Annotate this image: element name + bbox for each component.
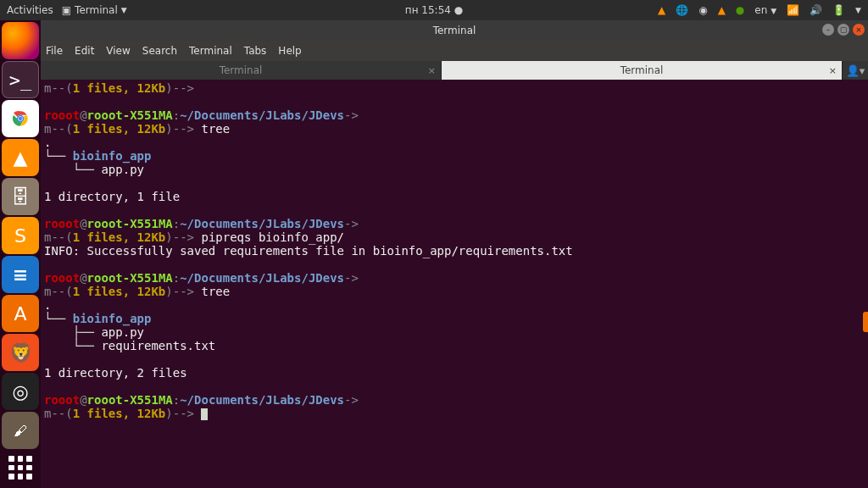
chrome-launcher-icon[interactable]	[2, 100, 39, 137]
keyboard-layout[interactable]: en ▼	[754, 4, 776, 16]
notification-indicator[interactable]	[863, 312, 868, 332]
menu-file[interactable]: File	[46, 45, 63, 57]
minimize-button[interactable]: –	[822, 24, 834, 36]
show-applications-button[interactable]	[5, 452, 36, 483]
terminal-window: Terminal – ▢ × File Edit View Search Ter…	[41, 20, 868, 488]
launcher-dock: >_ ▲ 🗄 S ≡ A 🦁 ◎ 🖌	[0, 20, 41, 488]
close-button[interactable]: ×	[853, 24, 865, 36]
clock[interactable]: пн 15:54 ●	[405, 4, 463, 16]
globe-icon[interactable]: 🌐	[676, 4, 688, 16]
volume-icon[interactable]: 🔊	[810, 4, 822, 16]
activities-button[interactable]: Activities	[7, 4, 53, 16]
cursor	[201, 408, 208, 420]
tab-strip: Terminal × Terminal × 👤▾	[41, 61, 868, 80]
menu-edit[interactable]: Edit	[75, 45, 94, 57]
network-icon[interactable]: 📶	[787, 4, 799, 16]
vlc-launcher-icon[interactable]: ▲	[2, 139, 39, 176]
maximize-button[interactable]: ▢	[837, 24, 849, 36]
obs-launcher-icon[interactable]: ◎	[2, 373, 39, 410]
gimp-launcher-icon[interactable]: 🖌	[2, 412, 39, 449]
new-tab-button[interactable]: 👤▾	[843, 61, 868, 80]
brave-launcher-icon[interactable]: 🦁	[2, 334, 39, 371]
files-launcher-icon[interactable]: 🗄	[2, 178, 39, 215]
gnome-top-panel: Activities ▣ Terminal ▼ пн 15:54 ● ▲ 🌐 ◉…	[0, 0, 868, 20]
chrome-tray-icon[interactable]: ◉	[698, 4, 707, 16]
window-title: Terminal	[433, 25, 476, 36]
sublime-launcher-icon[interactable]: S	[2, 217, 39, 254]
chevron-down-icon: ▼	[121, 6, 127, 14]
menu-search[interactable]: Search	[142, 45, 177, 57]
close-icon[interactable]: ×	[829, 65, 837, 76]
terminal-launcher-icon[interactable]: >_	[2, 61, 39, 98]
close-icon[interactable]: ×	[428, 65, 436, 76]
menu-help[interactable]: Help	[278, 45, 301, 57]
tab-terminal-2[interactable]: Terminal ×	[442, 61, 843, 80]
terminal-icon: ▣	[62, 4, 71, 16]
software-center-launcher-icon[interactable]: A	[2, 295, 39, 332]
window-titlebar[interactable]: Terminal – ▢ ×	[41, 20, 868, 41]
libreoffice-writer-launcher-icon[interactable]: ≡	[2, 256, 39, 293]
system-menu-chevron-icon[interactable]: ▼	[855, 6, 861, 14]
menu-view[interactable]: View	[106, 45, 130, 57]
menu-tabs[interactable]: Tabs	[244, 45, 267, 57]
battery-icon[interactable]: 🔋	[832, 4, 845, 16]
terminal-content[interactable]: m--(1 files, 12Kb)--> rooot@rooot-X551MA…	[41, 80, 868, 488]
firefox-launcher-icon[interactable]	[2, 22, 39, 59]
vlc-tray-icon-2[interactable]: ▲	[718, 4, 726, 16]
app-menu[interactable]: ▣ Terminal ▼	[62, 4, 127, 16]
menu-bar: File Edit View Search Terminal Tabs Help	[41, 41, 868, 61]
svg-point-3	[19, 117, 22, 120]
status-ok-icon[interactable]: ●	[736, 4, 744, 16]
tab-terminal-1[interactable]: Terminal ×	[41, 61, 442, 80]
menu-terminal[interactable]: Terminal	[189, 45, 232, 57]
vlc-tray-icon[interactable]: ▲	[658, 4, 665, 16]
